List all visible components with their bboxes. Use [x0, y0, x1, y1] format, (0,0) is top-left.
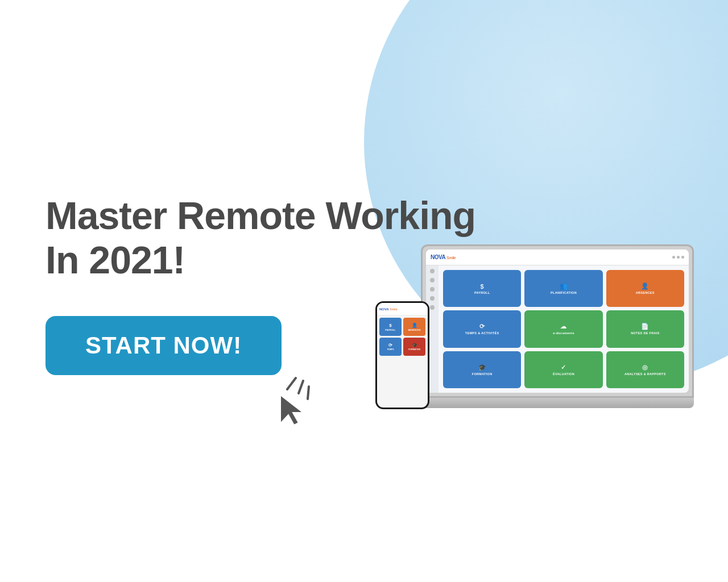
- svg-line-2: [308, 386, 309, 399]
- module-temps: ⟳ TEMPS & ACTIVITÉS: [443, 310, 521, 347]
- nova-app-ui: NOVA Smile: [426, 250, 689, 393]
- svg-line-1: [299, 381, 303, 393]
- module-notes-frais: 📄 NOTES DE FRAIS: [606, 310, 684, 347]
- module-analyses: ◎ ANALYSES & RAPPORTS: [606, 351, 684, 388]
- headline-line2: In 2021!: [46, 238, 185, 281]
- module-edocuments: ☁ e-documents: [524, 310, 602, 347]
- phone-app-header: NOVA Smile: [377, 303, 428, 315]
- svg-line-0: [287, 378, 296, 389]
- nova-logo: NOVA Smile: [431, 254, 456, 260]
- laptop-screen-inner: NOVA Smile: [426, 250, 689, 393]
- phone-app-logo: NOVA Smile: [379, 307, 398, 311]
- phone-tile-formation: 🎓 FORMATION: [403, 338, 425, 356]
- module-planification: 👥 PLANIFICATION: [524, 270, 602, 307]
- module-absences: 👤 ABSENCES: [606, 270, 684, 307]
- header-dot-1: [672, 256, 675, 259]
- start-now-button[interactable]: START NOW!: [46, 316, 282, 375]
- phone-tiles-grid: $ PAYROLL 👤 ABSENCES ⟳ TEMPS 🎓 FORMATION: [377, 315, 428, 358]
- phone-tile-temps: ⟳ TEMPS: [379, 338, 402, 356]
- nova-modules-grid: $ PAYROLL 👥 PLANIFICATION 👤 ABSENCES: [439, 265, 689, 393]
- laptop-screen-outer: NOVA Smile: [421, 244, 694, 398]
- module-formation: 🎓 FORMATION: [443, 351, 521, 388]
- sidebar-item-5: [430, 305, 435, 310]
- header-controls: [672, 256, 684, 259]
- device-mockups-area: NOVA Smile $ PAYROLL 👤 ABSENCES ⟳ TEMPS …: [375, 182, 694, 421]
- nova-app-header: NOVA Smile: [426, 250, 689, 265]
- svg-marker-3: [280, 395, 303, 425]
- phone-tile-absences: 👤 ABSENCES: [403, 318, 425, 336]
- sidebar-item-4: [430, 296, 435, 301]
- laptop-base: [421, 398, 694, 408]
- sidebar-item-3: [430, 287, 435, 292]
- header-dot-3: [681, 256, 684, 259]
- module-evaluation: ✓ ÉVALUATION: [524, 351, 602, 388]
- sidebar-item-1: [430, 269, 435, 273]
- sidebar-item-2: [430, 278, 435, 282]
- header-dot-2: [677, 256, 680, 259]
- phone-tile-payroll: $ PAYROLL: [379, 318, 402, 336]
- module-payroll: $ PAYROLL: [443, 270, 521, 307]
- phone-screen: NOVA Smile $ PAYROLL 👤 ABSENCES ⟳ TEMPS …: [377, 303, 428, 408]
- cursor-icon: [264, 375, 316, 432]
- phone-mockup: NOVA Smile $ PAYROLL 👤 ABSENCES ⟳ TEMPS …: [375, 301, 429, 409]
- laptop-mockup: NOVA Smile: [421, 244, 694, 421]
